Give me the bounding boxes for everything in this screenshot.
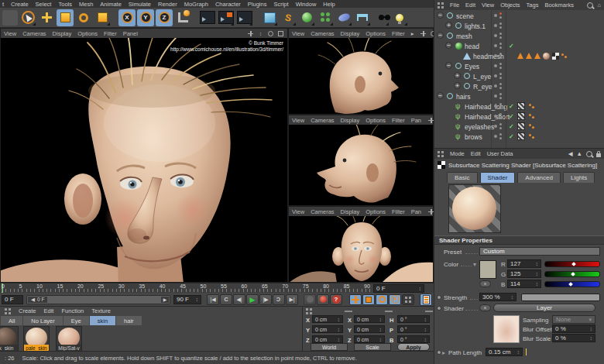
previous-frame-button[interactable]: ◀| — [233, 294, 245, 305]
editor-visibility-dot[interactable] — [499, 73, 502, 75]
key-parameter-toggle[interactable]: P — [389, 294, 401, 305]
spinner-icon[interactable]: ↕ — [338, 327, 341, 332]
lock-y-axis-button[interactable]: Y — [137, 9, 154, 26]
b-slider[interactable] — [544, 281, 600, 287]
viewport-right-canvas[interactable] — [289, 38, 433, 114]
editor-visibility-dot[interactable] — [499, 93, 502, 95]
editor-visibility-dot[interactable] — [499, 33, 502, 35]
layer-dot[interactable] — [494, 24, 497, 27]
vp-menu-pan[interactable]: Pan — [411, 117, 421, 124]
vp-menu-cameras[interactable]: Cameras — [311, 30, 334, 37]
viewport-right[interactable]: View Cameras Display Options Filter ▸ — [288, 28, 434, 115]
coordinate-mode-dropdown[interactable]: Scale — [354, 343, 391, 351]
menu-item-mograph[interactable]: MoGraph — [184, 1, 208, 8]
tree-row-mesh[interactable]: − mesh — [434, 31, 604, 41]
uvw-tag-icon[interactable] — [552, 53, 559, 60]
editor-visibility-dot[interactable] — [499, 123, 502, 125]
phong-tag-icon[interactable] — [529, 124, 531, 126]
timeline-range-slider[interactable]: ◀0 F ▶ — [26, 295, 170, 304]
g-slider[interactable] — [544, 271, 600, 277]
tree-row-headmesh[interactable]: headmesh — [434, 51, 604, 61]
editor-visibility-dot[interactable] — [499, 22, 502, 25]
tab-lights[interactable]: Lights — [563, 172, 595, 183]
size-z-field[interactable]: 0 cm↕ — [354, 335, 385, 343]
menu-item-script[interactable]: Script — [273, 1, 288, 8]
menu-item-edit[interactable]: t — [2, 1, 4, 8]
tree-row-hairs[interactable]: − hairs — [434, 91, 604, 101]
vp-menu-cameras[interactable]: Cameras — [311, 117, 334, 124]
vp-menu-display[interactable]: Display — [341, 117, 360, 124]
spinner-icon[interactable]: ↕ — [379, 337, 383, 342]
om-menu-tags[interactable]: Tags — [527, 2, 539, 9]
key-rotation-toggle[interactable] — [376, 294, 388, 305]
lock-x-axis-button[interactable]: X — [118, 9, 136, 26]
expand-icon[interactable]: + — [454, 72, 461, 79]
strength-slider[interactable] — [521, 294, 600, 301]
spinner-icon[interactable]: ↕ — [379, 317, 383, 322]
menu-item-simulate[interactable]: Simulate — [129, 1, 151, 8]
sampling-dropdown[interactable]: None▾ — [552, 315, 595, 324]
layer-dot[interactable] — [494, 14, 497, 17]
spinner-icon[interactable]: ↕ — [536, 271, 539, 276]
add-deformer-button[interactable] — [335, 9, 352, 26]
g-value-field[interactable]: 125↕ — [507, 270, 541, 278]
spinner-icon[interactable]: ↕ — [590, 335, 593, 341]
tree-row-hairhead-short[interactable]: ψ Hairhead_short ✓ — [434, 112, 604, 122]
vp-menu-cameras[interactable]: Cameras — [22, 30, 46, 37]
vp-menu-view[interactable]: View — [4, 30, 16, 37]
enabled-check-icon[interactable]: ✓ — [509, 113, 514, 120]
zoom-view-icon[interactable]: ↕ — [257, 30, 264, 37]
pos-y-field[interactable]: 0 cm↕ — [312, 325, 343, 333]
keyframe-dot[interactable] — [437, 350, 441, 355]
pos-x-field[interactable]: 0 cm↕ — [312, 315, 343, 323]
object-label[interactable]: R_eye — [473, 83, 492, 91]
mat-menu-edit[interactable]: Edit — [44, 307, 54, 314]
autokey-button[interactable] — [317, 294, 329, 305]
layer-dot[interactable] — [494, 54, 497, 57]
vp-menu-panel[interactable]: Panel — [123, 30, 138, 37]
tab-advanced[interactable]: Advanced — [517, 172, 561, 183]
expand-icon[interactable]: − — [445, 62, 452, 69]
vp-menu-options[interactable]: Options — [77, 30, 98, 37]
menu-item-tools[interactable]: Tools — [58, 1, 72, 8]
viewport-left[interactable]: View Cameras Display Options Filter Pan — [288, 115, 434, 206]
render-visibility-dot[interactable] — [499, 57, 502, 59]
render-visibility-dot[interactable] — [499, 36, 502, 39]
menu-item-window[interactable]: Window — [296, 1, 317, 8]
menu-overflow-icon[interactable]: ▸ — [411, 30, 414, 37]
vp-menu-options[interactable]: Options — [365, 30, 386, 37]
vp-menu-display[interactable]: Display — [341, 208, 360, 215]
tree-row-scene[interactable]: − scene — [434, 11, 604, 21]
vp-menu-display[interactable]: Display — [53, 30, 72, 37]
polygon-selection-tag-icon[interactable] — [534, 53, 541, 59]
expand-arrow-icon[interactable]: ▸ — [442, 349, 445, 356]
last-tool-button[interactable] — [94, 9, 111, 26]
size-y-field[interactable]: 0 cm↕ — [354, 325, 385, 333]
b-value-field[interactable]: 114↕ — [507, 280, 541, 288]
enabled-check-icon[interactable]: ✓ — [509, 123, 514, 130]
path-length-field[interactable]: 0.15 cm↕ — [486, 348, 523, 356]
r-slider-handle[interactable] — [571, 262, 576, 266]
add-primitive-button[interactable] — [261, 9, 278, 26]
render-visibility-dot[interactable] — [499, 26, 502, 29]
am-menu-edit[interactable]: Edit — [471, 150, 481, 157]
hair-material-tag-icon[interactable] — [517, 112, 525, 120]
panel-grid-icon[interactable] — [306, 308, 308, 311]
expand-icon[interactable]: − — [445, 42, 452, 49]
tree-row-brows[interactable]: ψ brows ✓ — [434, 132, 604, 142]
tree-row-r-eye[interactable]: + R_eye — [434, 81, 604, 91]
viewport-perspective-canvas[interactable]: © Bunk Timmer http://www.comichouse.nl/e… — [1, 38, 287, 282]
tree-row-hairhead-long[interactable]: ψ Hairhead_long ✓ — [434, 101, 604, 112]
rotate-tool-button[interactable] — [75, 9, 92, 26]
material-mip-sat[interactable]: Mip/Sat-v — [56, 326, 82, 351]
spinner-icon[interactable]: ↕ — [590, 326, 593, 331]
vp-menu-display[interactable]: Display — [341, 30, 360, 37]
key-pla-toggle[interactable] — [402, 294, 414, 305]
render-visibility-dot[interactable] — [499, 107, 502, 109]
layer-dot[interactable] — [494, 115, 497, 118]
vp-menu-filter[interactable]: Filter — [392, 208, 405, 215]
add-spline-button[interactable]: S — [280, 9, 297, 26]
menu-item-create[interactable]: Create — [11, 1, 29, 8]
home-icon[interactable]: ⌂ — [597, 2, 601, 9]
tree-row-head[interactable]: − head ✓ — [434, 41, 604, 51]
